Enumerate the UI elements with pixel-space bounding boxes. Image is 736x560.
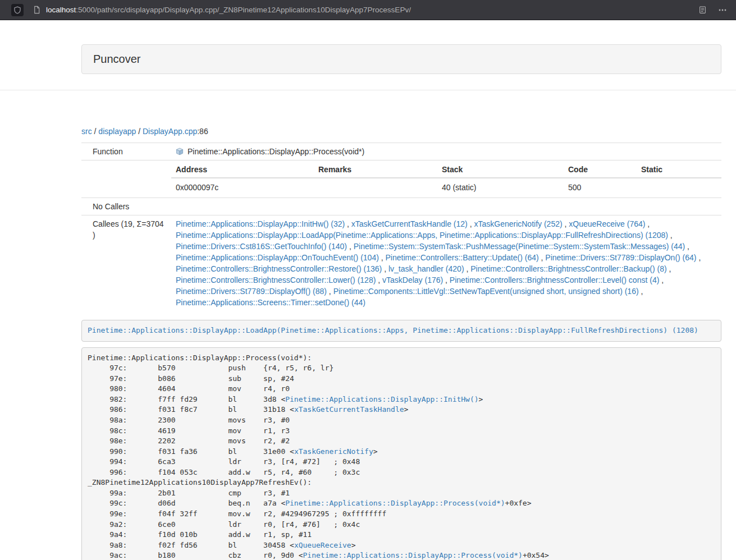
url-host: localhost — [46, 6, 76, 14]
column-header-stack: Stack — [437, 162, 564, 178]
column-header-static: Static — [637, 162, 721, 178]
callee-link[interactable]: Pinetime::Applications::Screens::Timer::… — [176, 298, 365, 307]
page-icon — [33, 6, 41, 14]
no-callers-label: No Callers — [81, 198, 171, 215]
remarks-value — [314, 178, 437, 196]
callee-link[interactable]: Pinetime::System::SystemTask::PushMessag… — [354, 242, 685, 251]
callee-link[interactable]: Pinetime::Controllers::BrightnessControl… — [176, 276, 376, 284]
callee-link[interactable]: Pinetime::Controllers::Battery::Update()… — [386, 253, 539, 262]
no-callers-row: No Callers — [81, 198, 721, 215]
function-name: Pinetime::Applications::DisplayApp::Proc… — [188, 146, 364, 157]
address-value: 0x0000097c — [171, 178, 314, 196]
loadapp-reference-link[interactable]: Pinetime::Applications::DisplayApp::Load… — [88, 326, 698, 334]
callee-link[interactable]: vTaskDelay (176) — [382, 276, 443, 284]
disasm-symbol-link[interactable]: xTaskGetCurrentTaskHandle — [294, 405, 404, 414]
callee-link[interactable]: xTaskGenericNotify (252) — [474, 219, 562, 228]
column-header-code: Code — [564, 162, 637, 178]
breadcrumb-link[interactable]: displayapp — [98, 127, 136, 136]
disasm-symbol-link[interactable]: Pinetime::Applications::DisplayApp::Init… — [285, 395, 478, 403]
app-title-panel: Puncover — [81, 44, 721, 74]
page-title: Puncover — [93, 53, 141, 65]
callee-link[interactable]: Pinetime::Controllers::BrightnessControl… — [176, 264, 382, 273]
callees-cell: Pinetime::Applications::DisplayApp::Init… — [171, 215, 721, 311]
reference-block: Pinetime::Applications::DisplayApp::Load… — [81, 320, 721, 342]
breadcrumb: src / displayapp / DisplayApp.cpp:86 — [81, 126, 721, 137]
static-value — [637, 178, 721, 196]
disasm-symbol-link[interactable]: Pinetime::Applications::DisplayApp::Proc… — [285, 499, 505, 507]
callee-link[interactable]: Pinetime::Drivers::St7789::DisplayOn() (… — [545, 253, 696, 262]
function-cube-icon — [176, 148, 184, 155]
metrics-table: Address Remarks Stack Code Static 0x0000… — [171, 162, 721, 196]
callee-link[interactable]: xQueueReceive (764) — [569, 219, 645, 228]
callee-link[interactable]: Pinetime::Applications::DisplayApp::Load… — [176, 231, 668, 240]
url-text: localhost:5000/path/src/displayapp/Displ… — [46, 6, 411, 14]
function-label: Function — [81, 143, 171, 160]
breadcrumb-link[interactable]: src — [81, 127, 92, 136]
callee-link[interactable]: Pinetime::Drivers::Cst816S::GetTouchInfo… — [176, 242, 347, 251]
reader-mode-icon[interactable] — [698, 6, 707, 14]
disasm-symbol-link[interactable]: Pinetime::Applications::DisplayApp::Proc… — [303, 551, 523, 559]
url-path: :5000/path/src/displayapp/DisplayApp.cpp… — [76, 6, 411, 14]
disassembly-block: Pinetime::Applications::DisplayApp::Proc… — [81, 347, 721, 560]
callee-link[interactable]: Pinetime::Controllers::BrightnessControl… — [450, 276, 659, 284]
column-header-remarks: Remarks — [314, 162, 437, 178]
callee-link[interactable]: Pinetime::Applications::DisplayApp::OnTo… — [176, 253, 379, 262]
callee-link[interactable]: lv_task_handler (420) — [388, 264, 464, 273]
browser-chrome: localhost:5000/path/src/displayapp/Displ… — [0, 0, 736, 20]
callees-row: Callees (19, Σ=3704 ) Pinetime::Applicat… — [81, 215, 721, 311]
callee-link[interactable]: Pinetime::Controllers::BrightnessControl… — [470, 264, 666, 273]
callees-label: Callees (19, Σ=3704 ) — [81, 215, 171, 311]
disasm-symbol-link[interactable]: xTaskGenericNotify — [294, 447, 373, 456]
column-header-address: Address — [171, 162, 314, 178]
function-row: Function Pinetime::Applications::Display… — [81, 143, 721, 160]
table-row: 0x0000097c 40 (static) 500 — [171, 178, 721, 196]
callee-link[interactable]: Pinetime::Components::LittleVgl::SetNewT… — [333, 287, 639, 296]
function-table: Function Pinetime::Applications::Display… — [81, 143, 721, 311]
url-bar[interactable]: localhost:5000/path/src/displayapp/Displ… — [33, 6, 692, 14]
callee-link[interactable]: xTaskGetCurrentTaskHandle (12) — [351, 219, 468, 228]
callee-link[interactable]: Pinetime::Drivers::St7789::DisplayOff() … — [176, 287, 327, 296]
callee-link[interactable]: Pinetime::Applications::DisplayApp::Init… — [176, 219, 345, 228]
code-value: 500 — [564, 178, 637, 196]
breadcrumb-link[interactable]: DisplayApp.cpp — [143, 127, 197, 136]
stack-value: 40 (static) — [437, 178, 564, 196]
shield-icon[interactable] — [11, 4, 24, 16]
disasm-symbol-link[interactable]: xQueueReceive — [294, 541, 351, 549]
more-menu-icon[interactable] — [718, 6, 727, 14]
metrics-row: Address Remarks Stack Code Static 0x0000… — [81, 160, 721, 198]
